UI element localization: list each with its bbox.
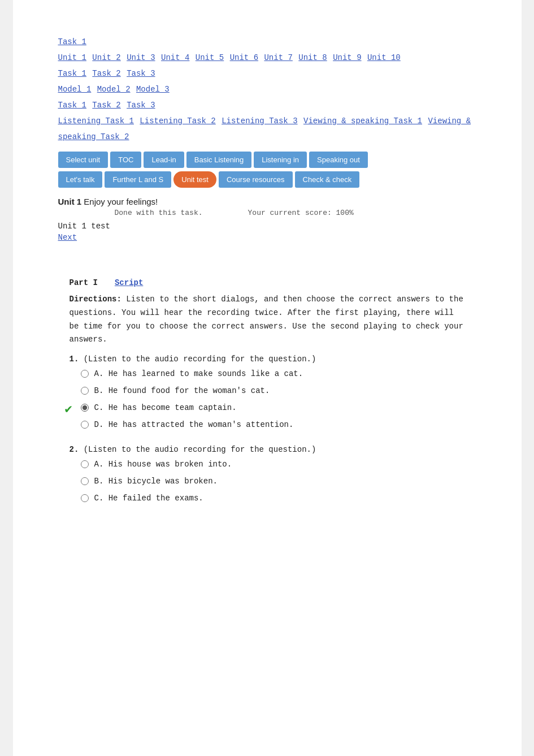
option-row-q1c: ✔C. He has become team captain. (81, 403, 476, 412)
nav-row6-3[interactable]: Listening Task 3 (222, 116, 297, 126)
option-label-q1b[interactable]: B. He found food for the woman's cat. (94, 386, 270, 395)
nav-row6-1[interactable]: Listening Task 1 (58, 116, 134, 126)
question-1: 1. (Listen to the audio recording for th… (70, 355, 476, 429)
radio-q1b[interactable] (81, 387, 89, 395)
option-label-q1a[interactable]: A. He has learned to make sounds like a … (94, 369, 303, 378)
directions-label: Directions: (70, 295, 121, 304)
toolbar2-btn-1[interactable]: Further L and S (105, 171, 171, 188)
option-row-q1b: B. He found food for the woman's cat. (81, 386, 476, 395)
radio-q2c[interactable] (81, 494, 89, 502)
nav-unit-4[interactable]: Unit 4 (161, 53, 189, 62)
option-label-q1c[interactable]: C. He has become team captain. (94, 403, 237, 412)
nav-row4-2[interactable]: Model 2 (97, 85, 131, 94)
radio-q1a[interactable] (81, 370, 89, 378)
option-row-q2b: B. His bicycle was broken. (81, 477, 476, 486)
unit-test-label: Unit 1 test (58, 222, 476, 231)
nav-unit-1[interactable]: Unit 1 (58, 53, 86, 62)
toolbar-row-2: Let's talkFurther L and SUnit testCourse… (58, 171, 476, 188)
nav-row6-4[interactable]: Viewing & speaking Task 1 (303, 116, 422, 126)
option-row-q2c: C. He failed the exams. (81, 494, 476, 503)
toolbar1-btn-2[interactable]: Lead-in (144, 152, 184, 168)
nav-unit-8[interactable]: Unit 8 (298, 53, 327, 62)
next-link[interactable]: Next (58, 233, 77, 242)
toolbar2-btn-3[interactable]: Course resources (219, 171, 293, 188)
script-link[interactable]: Script (115, 278, 143, 287)
question-2: 2. (Listen to the audio recording for th… (70, 445, 476, 503)
option-label-q2b[interactable]: B. His bicycle was broken. (94, 477, 218, 486)
toolbar1-btn-1[interactable]: TOC (110, 152, 141, 168)
nav-row3-2[interactable]: Task 2 (92, 69, 120, 78)
nav-links: Task 1 Unit 1 Unit 2 Unit 3 Unit 4 Unit … (58, 34, 476, 145)
directions-text: Listen to the short dialogs, and then ch… (70, 295, 463, 344)
directions: Directions: Listen to the short dialogs,… (70, 293, 465, 347)
nav-row4-3[interactable]: Model 3 (136, 85, 170, 94)
radio-q2a[interactable] (81, 460, 89, 468)
option-row-q1d: D. He has attracted the woman's attentio… (81, 420, 476, 429)
done-text: Done with this task. (115, 209, 203, 217)
radio-q1c[interactable] (81, 404, 89, 412)
nav-row4-1[interactable]: Model 1 (58, 85, 92, 94)
nav-unit-6[interactable]: Unit 6 (230, 53, 258, 62)
nav-row3-1[interactable]: Task 1 (58, 69, 86, 78)
toolbar2-btn-2[interactable]: Unit test (173, 171, 216, 188)
option-label-q2c[interactable]: C. He failed the exams. (94, 494, 203, 503)
nav-unit-5[interactable]: Unit 5 (196, 53, 224, 62)
toolbar-row-1: Select unitTOCLead-inBasic ListeningList… (58, 152, 476, 168)
nav-row6-2[interactable]: Listening Task 2 (140, 116, 215, 126)
toolbar1-btn-4[interactable]: Listening in (254, 152, 307, 168)
correct-checkmark-q1c: ✔ (65, 401, 72, 417)
nav-row5-1[interactable]: Task 1 (58, 101, 86, 110)
option-label-q1d[interactable]: D. He has attracted the woman's attentio… (94, 420, 294, 429)
score-text: Your current score: 100% (248, 209, 354, 217)
toolbar2-btn-0[interactable]: Let's talk (58, 171, 103, 188)
nav-unit-3[interactable]: Unit 3 (127, 53, 155, 62)
nav-unit-9[interactable]: Unit 9 (333, 53, 361, 62)
questions-container: 1. (Listen to the audio recording for th… (70, 355, 476, 503)
nav-unit-7[interactable]: Unit 7 (264, 53, 292, 62)
radio-q2b[interactable] (81, 477, 89, 485)
page-wrapper: Task 1 Unit 1 Unit 2 Unit 3 Unit 4 Unit … (13, 0, 522, 756)
part-section: Part I Script Directions: Listen to the … (58, 278, 476, 503)
option-label-q2a[interactable]: A. His house was broken into. (94, 460, 232, 469)
unit-title-rest: Enjoy your feelings! (81, 197, 158, 206)
unit-title: Unit 1 Enjoy your feelings! (58, 197, 476, 206)
option-row-q1a: A. He has learned to make sounds like a … (81, 369, 476, 378)
nav-row5-2[interactable]: Task 2 (92, 101, 120, 110)
task-done-row: Done with this task. Your current score:… (115, 209, 476, 217)
toolbar1-btn-3[interactable]: Basic Listening (186, 152, 251, 168)
nav-task1-top[interactable]: Task 1 (58, 37, 86, 46)
unit-title-bold: Unit 1 (58, 197, 82, 206)
nav-unit-10[interactable]: Unit 10 (367, 53, 401, 62)
nav-unit-2[interactable]: Unit 2 (92, 53, 120, 62)
question-num-1: 1. (Listen to the audio recording for th… (70, 355, 476, 364)
option-row-q2a: A. His house was broken into. (81, 460, 476, 469)
part-header: Part I Script (70, 278, 476, 287)
radio-q1d[interactable] (81, 421, 89, 429)
nav-row3-3[interactable]: Task 3 (127, 69, 155, 78)
question-num-2: 2. (Listen to the audio recording for th… (70, 445, 476, 454)
toolbar2-btn-4[interactable]: Check & check (295, 171, 360, 188)
part-label: Part I (70, 278, 98, 287)
nav-row5-3[interactable]: Task 3 (127, 101, 155, 110)
toolbar1-btn-5[interactable]: Speaking out (309, 152, 368, 168)
toolbar1-btn-0[interactable]: Select unit (58, 152, 108, 168)
